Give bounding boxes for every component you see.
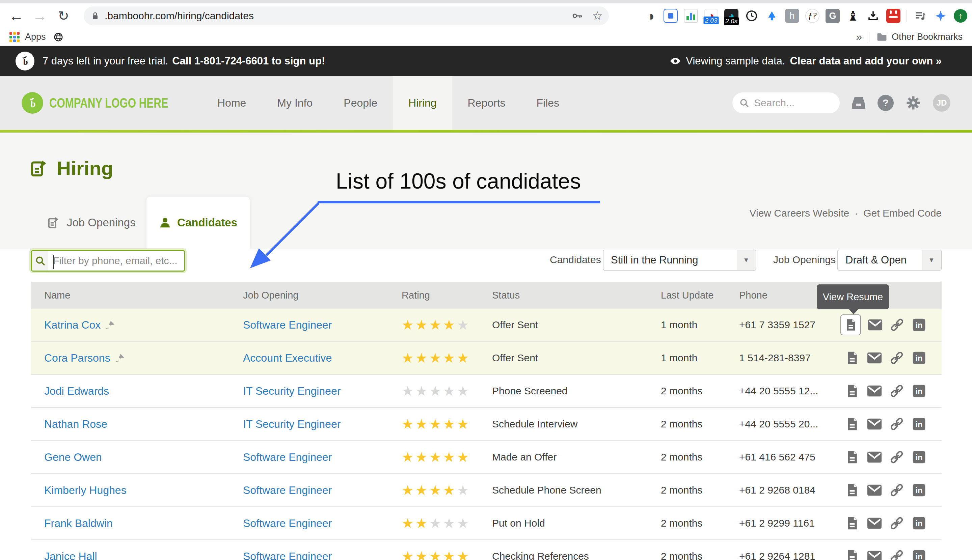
nav-item-home[interactable]: Home xyxy=(202,76,262,130)
linkedin-icon[interactable] xyxy=(911,416,927,432)
address-bar[interactable]: .bamboohr.com/hiring/candidates ☆ xyxy=(84,7,609,25)
view-careers-website-link[interactable]: View Careers Website xyxy=(750,207,850,219)
rating-stars[interactable]: ★★★★★ xyxy=(402,350,471,366)
candidate-name-link[interactable]: Frank Baldwin xyxy=(44,517,113,530)
linkedin-icon[interactable] xyxy=(911,515,927,531)
nav-item-files[interactable]: Files xyxy=(521,76,575,130)
rating-stars[interactable]: ★★★★★ xyxy=(402,482,471,498)
linkedin-icon[interactable] xyxy=(911,317,927,333)
reload-button[interactable]: ↻ xyxy=(53,3,73,28)
extension-green-up-icon[interactable]: ↑ xyxy=(954,9,967,23)
email-icon[interactable] xyxy=(866,416,883,432)
resume-icon[interactable] xyxy=(844,482,860,498)
forward-button[interactable]: → xyxy=(30,3,50,28)
resume-icon[interactable] xyxy=(844,416,860,432)
other-bookmarks-label[interactable]: Other Bookmarks xyxy=(892,32,962,42)
extension-circle-icon[interactable]: ◑ xyxy=(643,9,658,23)
avatar[interactable]: JD xyxy=(933,94,950,112)
linkedin-icon[interactable] xyxy=(911,482,927,498)
candidate-name-link[interactable]: Kimberly Hughes xyxy=(44,484,127,497)
column-header-name[interactable]: Name xyxy=(31,290,243,301)
view-resume-button[interactable] xyxy=(840,314,861,335)
bookmark-star-icon[interactable]: ☆ xyxy=(592,9,603,23)
extension-clock-icon[interactable] xyxy=(745,9,759,23)
job-opening-link[interactable]: Software Engineer xyxy=(243,451,332,463)
copy-link-icon[interactable] xyxy=(888,350,905,366)
apps-bookmark[interactable]: Apps xyxy=(25,32,46,42)
extension-arrow-icon[interactable] xyxy=(765,9,779,23)
job-opening-link[interactable]: Account Executive xyxy=(243,352,332,364)
extension-gauge-icon[interactable]: ◔2.03 xyxy=(704,9,718,23)
extension-fq-icon[interactable]: ƒ? xyxy=(805,9,820,23)
extension-calendar-icon[interactable] xyxy=(886,9,900,23)
clear-data-link[interactable]: Clear data and add your own » xyxy=(790,55,942,67)
extension-blue-star-icon[interactable] xyxy=(934,9,948,23)
more-bookmarks-chevron[interactable]: » xyxy=(856,31,862,43)
copy-link-icon[interactable] xyxy=(888,383,905,399)
copy-link-icon[interactable] xyxy=(888,515,905,531)
rating-stars[interactable]: ★★★★★ xyxy=(402,449,471,465)
copy-link-icon[interactable] xyxy=(889,317,905,333)
candidate-name-link[interactable]: Cora Parsons xyxy=(44,352,110,364)
apps-grid-icon[interactable] xyxy=(10,32,20,42)
candidate-name-link[interactable]: Katrina Cox xyxy=(44,319,100,331)
extension-chart-icon[interactable] xyxy=(684,9,698,23)
resume-icon[interactable] xyxy=(844,350,860,366)
candidate-name-link[interactable]: Jodi Edwards xyxy=(44,385,109,397)
linkedin-icon[interactable] xyxy=(911,383,927,399)
copy-link-icon[interactable] xyxy=(888,482,905,498)
rating-stars[interactable]: ★★★★★ xyxy=(402,416,471,432)
job-opening-link[interactable]: Software Engineer xyxy=(243,319,332,331)
column-header-status[interactable]: Status xyxy=(492,290,661,301)
extension-download-icon[interactable] xyxy=(866,9,880,23)
email-icon[interactable] xyxy=(866,350,883,366)
copy-link-icon[interactable] xyxy=(888,416,905,432)
gear-icon[interactable] xyxy=(905,94,922,112)
nav-item-people[interactable]: People xyxy=(328,76,393,130)
password-key-icon[interactable] xyxy=(572,10,583,22)
column-header-job-opening[interactable]: Job Opening xyxy=(243,290,402,301)
rating-stars[interactable]: ★★★★★ xyxy=(402,548,471,560)
trial-cta[interactable]: Call 1-801-724-6601 to sign up! xyxy=(172,55,325,67)
candidates-filter-select[interactable]: Still in the Running ▼ xyxy=(603,250,757,270)
job-opening-link[interactable]: Software Engineer xyxy=(243,517,332,530)
nav-item-hiring[interactable]: Hiring xyxy=(393,76,452,130)
rating-stars[interactable]: ★★★★★ xyxy=(402,515,471,531)
url-text[interactable]: .bamboohr.com/hiring/candidates xyxy=(105,10,254,22)
job-opening-link[interactable]: IT Security Engineer xyxy=(243,385,341,397)
candidate-name-link[interactable]: Nathan Rose xyxy=(44,418,107,430)
job-opening-link[interactable]: Software Engineer xyxy=(243,484,332,497)
global-search[interactable] xyxy=(732,92,840,113)
inbox-tray-icon[interactable] xyxy=(850,95,867,111)
extension-chess-icon[interactable]: ♝ xyxy=(846,9,860,23)
back-button[interactable]: ← xyxy=(6,3,26,28)
folder-icon[interactable] xyxy=(876,32,888,43)
nav-item-my-info[interactable]: My Info xyxy=(262,76,328,130)
resume-icon[interactable] xyxy=(844,548,860,560)
get-embed-code-link[interactable]: Get Embed Code xyxy=(863,207,942,219)
copy-link-icon[interactable] xyxy=(888,449,905,465)
candidate-filter[interactable] xyxy=(31,250,185,272)
rating-stars[interactable]: ★★★★★ xyxy=(402,383,471,399)
extension-speed-icon[interactable]: ◕2.0s xyxy=(724,9,738,23)
extension-g-icon[interactable]: G xyxy=(825,9,840,23)
globe-bookmark-icon[interactable] xyxy=(53,32,63,42)
candidate-name-link[interactable]: Gene Owen xyxy=(44,451,102,463)
extension-tag-icon[interactable] xyxy=(663,9,678,23)
help-icon[interactable]: ? xyxy=(877,95,894,111)
filter-input[interactable] xyxy=(48,251,184,270)
linkedin-icon[interactable] xyxy=(911,449,927,465)
email-icon[interactable] xyxy=(867,317,883,333)
resume-icon[interactable] xyxy=(844,383,860,399)
tab-candidates[interactable]: Candidates xyxy=(147,197,250,248)
column-header-last-update[interactable]: Last Update xyxy=(661,290,739,301)
email-icon[interactable] xyxy=(866,515,883,531)
candidate-name-link[interactable]: Janice Hall xyxy=(44,550,97,560)
linkedin-icon[interactable] xyxy=(911,350,927,366)
extension-h-icon[interactable]: h xyxy=(785,9,799,23)
tab-job-openings[interactable]: Job Openings xyxy=(47,197,136,248)
job-opening-link[interactable]: Software Engineer xyxy=(243,550,332,560)
copy-link-icon[interactable] xyxy=(888,548,905,560)
job-opening-link[interactable]: IT Security Engineer xyxy=(243,418,341,430)
email-icon[interactable] xyxy=(866,449,883,465)
